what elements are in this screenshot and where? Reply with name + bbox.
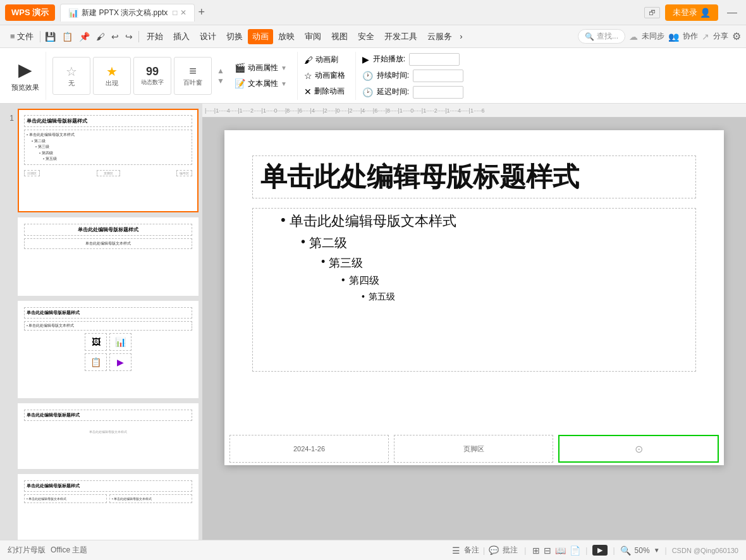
slide-thumb-2[interactable]: 单击此处编辑母版标题样式 单击此处编辑母版文本样式 [18, 217, 199, 296]
delay-input[interactable] [413, 86, 463, 99]
login-label: 未登录 [673, 7, 697, 18]
copy-icon[interactable]: 📋 [59, 30, 76, 44]
slide-thumb-wrapper-3: 单击此处编辑母版标题样式 • 单击此处编辑母版文本样式 🖼 📊 📋 ▶ [4, 301, 199, 398]
anim-none[interactable]: ☆ 无 [52, 57, 90, 95]
anim-props-btn[interactable]: 🎬 动画属性 ▼ [232, 61, 290, 75]
bullet-2: • 第二级 [301, 234, 668, 252]
view-copy-icon[interactable]: 📄 [570, 545, 580, 556]
theme-label[interactable]: Office 主题 [51, 545, 87, 556]
zoom-down-icon[interactable]: ▼ [654, 547, 660, 554]
collaborate-label[interactable]: 协作 [683, 31, 698, 42]
view-normal-icon[interactable]: ⊞ [532, 545, 540, 556]
settings-icon[interactable]: ⚙ [732, 30, 741, 42]
slide-thumb-5[interactable]: 单击此处编辑母版标题样式 • 单击此处编辑母版文本样式 • 单击此处编辑母版文本… [18, 474, 199, 540]
tab-item[interactable]: 📊 新建 PPTX 演示文稿.pptx □ ✕ [60, 4, 194, 21]
delay-clock-icon: 🕑 [362, 87, 373, 97]
view-book-icon[interactable]: 📖 [555, 545, 566, 556]
slide-body-section[interactable]: • 单击此处编辑母版文本样式 • 第二级 • 第三级 • 第四级 [252, 208, 696, 371]
ribbon-scroll[interactable]: ▲ ▼ [216, 67, 226, 85]
menu-cloud[interactable]: 云服务 [422, 28, 457, 45]
paste-icon[interactable]: 📌 [76, 30, 93, 44]
anim-tools-group: 🖌 动画刷 ☆ 动画窗格 ✕ 删除动画 [302, 52, 356, 100]
zoom-label: 50% [635, 546, 650, 555]
menu-design[interactable]: 设计 [195, 28, 221, 45]
slide-view-label[interactable]: 幻灯片母版 [8, 545, 46, 556]
anim-brush-label: 动画刷 [315, 54, 338, 65]
duration-input[interactable] [413, 70, 463, 82]
tab-pin-icon[interactable]: □ [173, 8, 177, 17]
format-icon[interactable]: 🖌 [93, 30, 108, 44]
bullet-text-1: 单击此处编辑母版文本样式 [290, 212, 456, 231]
view-grid-icon[interactable]: ⊟ [544, 545, 551, 556]
share-label[interactable]: 分享 [713, 31, 728, 42]
anim-blinds-label: 百叶窗 [183, 78, 202, 87]
slide-title-section[interactable]: 单击此处编辑母版标题样式 [224, 130, 724, 208]
tab-add-button[interactable]: + [199, 6, 205, 19]
sync-label[interactable]: 未同步 [642, 31, 664, 42]
bullet-1: • 单击此处编辑母版文本样式 [281, 212, 668, 231]
start-play-input[interactable] [409, 53, 460, 66]
footer-number-cell[interactable]: ⊙ [558, 435, 719, 463]
anim-props-label: 动画属性 [248, 63, 278, 73]
slide-thumb-wrapper-1: 1 单击此处编辑母版标题样式 • 单击此处编辑母版文本样式 • 第二级 • 第三… [4, 109, 199, 212]
menu-review[interactable]: 审阅 [300, 28, 326, 45]
menu-dev[interactable]: 开发工具 [379, 28, 422, 45]
slide-thumb-4[interactable]: 单击此处编辑母版标题样式 单击此处编辑母版文本样式 [18, 403, 199, 469]
scroll-up-icon[interactable]: ▲ [217, 67, 224, 75]
delete-anim-icon: ✕ [304, 87, 312, 97]
anim-pane-btn[interactable]: ☆ 动画窗格 [302, 69, 348, 82]
anim-thumb-row: ☆ 无 ★ 出现 99 动态数字 ≡ 百叶窗 [52, 57, 212, 95]
login-button[interactable]: 未登录 👤 [665, 4, 718, 21]
anim-blinds[interactable]: ≡ 百叶窗 [174, 57, 212, 95]
footer-date-cell[interactable]: 2024-1-26 [229, 435, 389, 463]
minimize-button[interactable]: — [723, 7, 741, 18]
menu-animate[interactable]: 动画 [248, 29, 273, 44]
redo-icon[interactable]: ↪ [122, 30, 136, 44]
anim-counter-label: 动态数字 [141, 78, 164, 87]
tab-close-icon[interactable]: ✕ [180, 8, 186, 17]
menu-play[interactable]: 放映 [273, 28, 300, 45]
tab-pptx-icon: 📊 [68, 8, 78, 18]
anim-counter[interactable]: 99 动态数字 [133, 57, 171, 95]
slide-thumb-wrapper-4: 单击此处编辑母版标题样式 单击此处编辑母版文本样式 [4, 403, 199, 469]
comment-label[interactable]: 批注 [503, 545, 518, 556]
zoom-out-icon[interactable]: 🔍 [620, 545, 631, 556]
menu-security[interactable]: 安全 [353, 28, 379, 45]
anim-brush-btn[interactable]: 🖌 动画刷 [302, 53, 348, 66]
footer-page-cell[interactable]: 页脚区 [394, 435, 553, 463]
scroll-down-icon[interactable]: ▼ [217, 77, 224, 85]
anim-none-icon: ☆ [66, 64, 77, 79]
collab-icon: 👥 [668, 32, 679, 42]
slide-thumb-3[interactable]: 单击此处编辑母版标题样式 • 单击此处编辑母版文本样式 🖼 📊 📋 ▶ [18, 301, 199, 398]
anim-thumbnails: ☆ 无 ★ 出现 99 动态数字 ≡ 百叶窗 [52, 57, 212, 95]
slide-thumb-1[interactable]: 单击此处编辑母版标题样式 • 单击此处编辑母版文本样式 • 第二级 • 第三级 … [18, 109, 199, 212]
menu-start[interactable]: 开始 [142, 28, 168, 45]
window-icon[interactable]: 🗗 [644, 7, 660, 18]
delete-anim-btn[interactable]: ✕ 删除动画 [302, 85, 348, 98]
anim-blinds-icon: ≡ [189, 64, 197, 78]
menu-switch[interactable]: 切换 [221, 28, 248, 45]
search-box[interactable]: 🔍 查找... [578, 29, 625, 44]
footer-date-text: 2024-1-26 [293, 445, 325, 453]
duration-label: 持续时间: [377, 70, 409, 81]
canvas-scroll[interactable]: 单击此处编辑母版标题样式 • 单击此处编辑母版文本样式 • 第二级 • 第三级 [202, 118, 746, 540]
menu-more[interactable]: › [457, 29, 465, 44]
wps-logo[interactable]: WPS 演示 [5, 4, 55, 21]
play-button[interactable]: ▶ [592, 545, 608, 556]
cloud-icon: ☁ [629, 32, 638, 42]
anim-appear[interactable]: ★ 出现 [93, 57, 131, 95]
ruler-marks: |·····|1·····4·····|1·····2·····|1·····0… [205, 107, 484, 114]
menu-view[interactable]: 视图 [326, 28, 353, 45]
slide-num-5 [4, 474, 14, 479]
sep-v4: | [613, 546, 615, 555]
menu-insert[interactable]: 插入 [168, 28, 195, 45]
duration-row: 🕐 持续时间: [362, 70, 463, 82]
slide-num-3 [4, 301, 14, 306]
text-props-btn[interactable]: 📝 文本属性 ▼ [232, 77, 290, 90]
preview-effect-btn[interactable]: ▶ 预览效果 [5, 52, 46, 100]
notes-label[interactable]: 备注 [464, 545, 479, 556]
menu-file[interactable]: ≡ 文件 [5, 28, 39, 45]
anim-appear-icon: ★ [106, 64, 118, 79]
undo-icon[interactable]: ↩ [108, 30, 122, 44]
save-icon[interactable]: 💾 [42, 30, 59, 44]
